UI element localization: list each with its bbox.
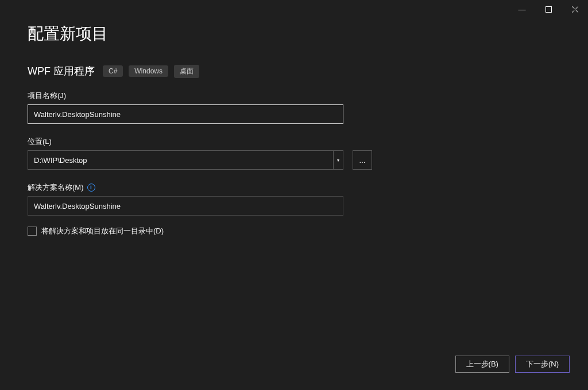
- next-button[interactable]: 下一步(N): [515, 356, 570, 373]
- project-name-group: 项目名称(J): [28, 91, 560, 124]
- page-title: 配置新项目: [28, 23, 560, 45]
- location-combo: ▾: [28, 150, 343, 170]
- back-button[interactable]: 上一步(B): [455, 356, 509, 373]
- footer: 上一步(B) 下一步(N): [455, 356, 570, 373]
- solution-name-input[interactable]: [28, 196, 343, 216]
- same-directory-row: 将解决方案和项目放在同一目录中(D): [28, 226, 560, 236]
- template-tag: Windows: [129, 65, 168, 77]
- titlebar: —: [0, 0, 588, 18]
- close-button[interactable]: [562, 0, 588, 18]
- same-directory-checkbox[interactable]: [28, 227, 37, 236]
- ellipsis-icon: ...: [359, 156, 366, 165]
- same-directory-label[interactable]: 将解决方案和项目放在同一目录中(D): [41, 226, 164, 236]
- project-name-label: 项目名称(J): [28, 91, 66, 101]
- template-tag: C#: [103, 65, 123, 77]
- location-input[interactable]: [28, 150, 333, 170]
- browse-button[interactable]: ...: [353, 150, 372, 170]
- solution-name-group: 解决方案名称(M) i: [28, 182, 560, 216]
- minimize-button[interactable]: —: [509, 0, 535, 18]
- project-name-input[interactable]: [28, 104, 343, 124]
- content: 配置新项目 WPF 应用程序 C# Windows 桌面 项目名称(J) 位置(…: [0, 18, 588, 236]
- location-dropdown-button[interactable]: ▾: [333, 150, 343, 170]
- solution-name-label: 解决方案名称(M): [28, 182, 84, 193]
- location-label: 位置(L): [28, 136, 52, 147]
- svg-rect-0: [546, 6, 551, 12]
- template-tag: 桌面: [174, 65, 199, 78]
- close-icon: [572, 6, 578, 13]
- info-icon[interactable]: i: [87, 184, 95, 192]
- maximize-icon: [546, 6, 552, 13]
- chevron-down-icon: ▾: [337, 158, 339, 163]
- template-name: WPF 应用程序: [28, 64, 95, 78]
- location-group: 位置(L) ▾ ...: [28, 136, 560, 170]
- maximize-button[interactable]: [535, 0, 562, 18]
- template-row: WPF 应用程序 C# Windows 桌面: [28, 64, 560, 78]
- minimize-icon: —: [519, 5, 526, 14]
